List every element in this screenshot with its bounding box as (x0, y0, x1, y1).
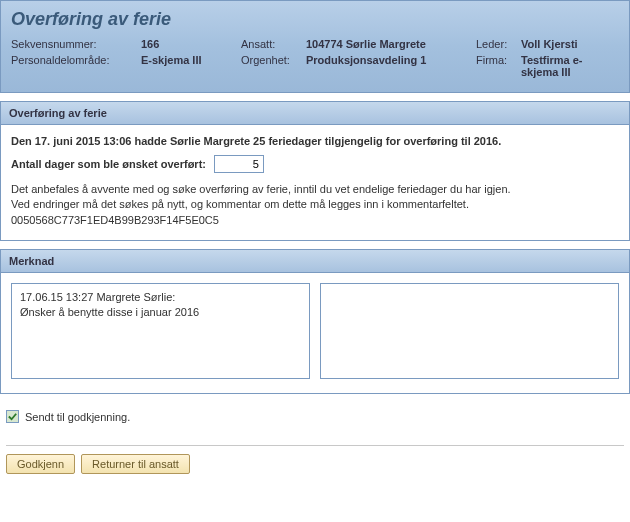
firma-label: Firma: (476, 54, 521, 78)
info-line-2: Ved endringer må det søkes på nytt, og k… (11, 198, 619, 210)
persomr-label: Personaldelområde: (11, 54, 141, 78)
merknad-box-left[interactable]: 17.06.15 13:27 Margrete Sørlie: Ønsker å… (11, 283, 310, 379)
status-row: Sendt til godkjenning. (6, 410, 624, 423)
orgenhet-value: Produksjonsavdeling 1 (306, 54, 476, 78)
overforing-panel-header: Overføring av ferie (1, 102, 629, 125)
sekvens-label: Sekvensnummer: (11, 38, 141, 50)
page-title: Overføring av ferie (11, 9, 619, 30)
firma-value: Testfirma e-skjema III (521, 54, 619, 78)
overforing-panel: Overføring av ferie Den 17. juni 2015 13… (0, 101, 630, 241)
merknad-timestamp: 17.06.15 13:27 Margrete Sørlie: (20, 290, 301, 305)
days-row: Antall dager som ble ønsket overført: (11, 155, 619, 173)
days-label: Antall dager som ble ønsket overført: (11, 158, 206, 170)
meta-grid: Sekvensnummer: 166 Ansatt: 104774 Sørlie… (11, 38, 619, 78)
divider (6, 445, 624, 446)
merknad-grid: 17.06.15 13:27 Margrete Sørlie: Ønsker å… (11, 283, 619, 379)
merknad-box-right[interactable] (320, 283, 619, 379)
ansatt-value: 104774 Sørlie Margrete (306, 38, 476, 50)
intro-text: Den 17. juni 2015 13:06 hadde Sørlie Mar… (11, 135, 619, 147)
hash-text: 0050568C773F1ED4B99B293F14F5E0C5 (11, 214, 619, 226)
godkjenn-button[interactable]: Godkjenn (6, 454, 75, 474)
persomr-value: E-skjema III (141, 54, 241, 78)
header-band: Overføring av ferie Sekvensnummer: 166 A… (0, 0, 630, 93)
merknad-panel: Merknad 17.06.15 13:27 Margrete Sørlie: … (0, 249, 630, 394)
sekvens-value: 166 (141, 38, 241, 50)
leder-label: Leder: (476, 38, 521, 50)
merknad-panel-body: 17.06.15 13:27 Margrete Sørlie: Ønsker å… (1, 273, 629, 393)
ansatt-label: Ansatt: (241, 38, 306, 50)
merknad-text: Ønsker å benytte disse i januar 2016 (20, 305, 301, 320)
button-row: Godkjenn Returner til ansatt (6, 454, 624, 474)
merknad-panel-header: Merknad (1, 250, 629, 273)
check-icon (6, 410, 19, 423)
status-text: Sendt til godkjenning. (25, 411, 130, 423)
overforing-panel-body: Den 17. juni 2015 13:06 hadde Sørlie Mar… (1, 125, 629, 240)
days-input[interactable] (214, 155, 264, 173)
returner-button[interactable]: Returner til ansatt (81, 454, 190, 474)
orgenhet-label: Orgenhet: (241, 54, 306, 78)
info-line-1: Det anbefales å avvente med og søke over… (11, 183, 619, 195)
leder-value: Voll Kjersti (521, 38, 619, 50)
